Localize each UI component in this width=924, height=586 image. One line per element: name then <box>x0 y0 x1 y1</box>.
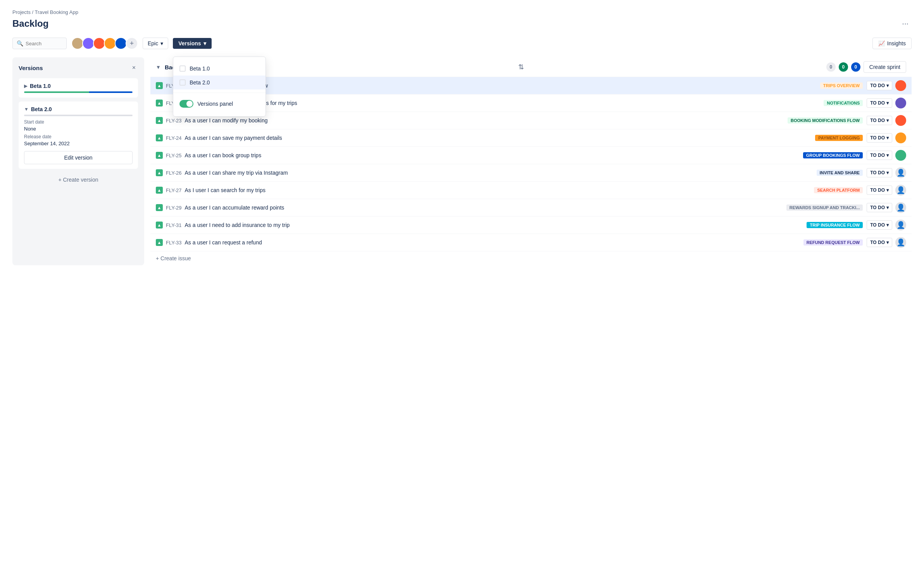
status-chevron-icon: ▾ <box>886 187 889 193</box>
status-label: TO DO <box>870 240 885 245</box>
beta2-chevron-icon[interactable]: ▼ <box>24 107 29 112</box>
insights-label: Insights <box>887 40 906 46</box>
beta2-checkbox[interactable] <box>179 79 186 86</box>
search-box[interactable]: 🔍 <box>12 38 67 49</box>
version-beta2-details: Start date None Release date September 1… <box>24 116 133 164</box>
epic-chevron-icon: ▾ <box>160 40 163 46</box>
dropdown-item-beta2[interactable]: Beta 2.0 <box>173 76 265 89</box>
status-dropdown[interactable]: TO DO ▾ <box>867 116 892 125</box>
create-version-button[interactable]: + Create version <box>19 173 138 187</box>
status-dropdown[interactable]: TO DO ▾ <box>867 238 892 247</box>
issue-title: As a user I can view trips overview <box>184 82 816 89</box>
breadcrumb-projects[interactable]: Projects <box>12 9 31 15</box>
status-label: TO DO <box>870 135 885 141</box>
table-row[interactable]: ▲ FLY-31 As a user I need to add insuran… <box>150 216 912 234</box>
epic-badge[interactable]: REFUND REQUEST FLOW <box>803 239 863 246</box>
beta1-name: Beta 1.0 <box>30 83 51 89</box>
issue-id: FLY-25 <box>166 153 181 158</box>
beta1-checkbox[interactable] <box>179 65 186 72</box>
beta1-label: Beta 1.0 <box>190 65 210 72</box>
status-label: TO DO <box>870 118 885 123</box>
versions-label: Versions <box>178 40 201 46</box>
avatar <box>895 150 906 161</box>
status-label: TO DO <box>870 170 885 175</box>
epic-filter-button[interactable]: Epic ▾ <box>143 38 168 49</box>
status-chevron-icon: ▾ <box>886 205 889 210</box>
status-dropdown[interactable]: TO DO ▾ <box>867 81 892 90</box>
table-row[interactable]: ▲ FLY-25 As a user I can book group trip… <box>150 146 912 164</box>
release-date-label: Release date <box>24 134 133 139</box>
issue-type-icon: ▲ <box>156 117 163 124</box>
more-options-button[interactable]: ··· <box>899 17 912 29</box>
status-chevron-icon: ▾ <box>886 153 889 158</box>
breadcrumb: Projects / Travel Booking App <box>12 9 912 15</box>
table-row[interactable]: ▲ FLY-33 As a user I can request a refun… <box>150 234 912 251</box>
create-issue-button[interactable]: + Create issue <box>150 251 912 265</box>
status-dropdown[interactable]: TO DO ▾ <box>867 133 892 143</box>
dropdown-item-beta1[interactable]: Beta 1.0 <box>173 62 265 76</box>
beta1-chevron-icon[interactable]: ▶ <box>24 83 28 89</box>
epic-badge[interactable]: PAYMENT LOGGING <box>815 135 863 141</box>
status-dropdown[interactable]: TO DO ▾ <box>867 98 892 108</box>
table-row[interactable]: ▲ FLY-27 As I user I can search for my t… <box>150 181 912 199</box>
status-label: TO DO <box>870 222 885 228</box>
status-dropdown[interactable]: TO DO ▾ <box>867 151 892 160</box>
beta2-progress-bar <box>24 115 133 116</box>
sidebar-header: Versions × <box>19 64 138 72</box>
avatars-group: + <box>71 37 138 50</box>
issue-title: As I user I can search for my trips <box>184 187 810 193</box>
version-beta1-header: ▶ Beta 1.0 <box>24 83 133 89</box>
versions-panel-toggle-label: Versions panel <box>197 101 233 107</box>
epic-badge[interactable]: INVITE AND SHARE <box>817 170 863 176</box>
status-dropdown[interactable]: TO DO ▾ <box>867 168 892 177</box>
insights-button[interactable]: 📈 Insights <box>872 38 912 49</box>
epic-badge[interactable]: NOTIFICATIONS <box>824 100 863 106</box>
avatar: 👤 <box>895 237 906 248</box>
epic-badge[interactable]: BOOKING MODIFICATIONS FLOW <box>788 117 863 124</box>
avatar: 👤 <box>895 185 906 196</box>
issue-id: FLY-24 <box>166 135 181 141</box>
issue-type-icon: ▲ <box>156 134 163 141</box>
issue-type-icon: ▲ <box>156 169 163 176</box>
issue-type-icon: ▲ <box>156 222 163 229</box>
create-sprint-button[interactable]: Create sprint <box>864 61 906 73</box>
epic-badge[interactable]: TRIP INSURANCE FLOW <box>807 222 863 228</box>
table-row[interactable]: ▲ FLY-29 As a user I can accumulate rewa… <box>150 199 912 216</box>
table-row[interactable]: ▲ FLY-26 As a user I can share my trip v… <box>150 164 912 181</box>
beta2-release-date: Release date September 14, 2022 <box>24 134 133 146</box>
epic-badge[interactable]: GROUP BOOKINGS FLOW <box>803 152 863 158</box>
status-dropdown[interactable]: TO DO ▾ <box>867 186 892 195</box>
versions-filter-button[interactable]: Versions ▾ <box>173 38 211 49</box>
status-chevron-icon: ▾ <box>886 100 889 106</box>
version-item-beta2: ▼ Beta 2.0 Start date None Release date … <box>19 101 138 169</box>
search-icon: 🔍 <box>17 40 23 46</box>
status-chevron-icon: ▾ <box>886 135 889 141</box>
sort-button[interactable]: ⇅ <box>515 61 527 73</box>
table-row[interactable]: ▲ FLY-24 As a user I can save my payment… <box>150 129 912 146</box>
search-input[interactable] <box>26 41 62 46</box>
status-label: TO DO <box>870 83 885 88</box>
edit-version-button[interactable]: Edit version <box>24 151 133 164</box>
version-beta2-header: ▼ Beta 2.0 <box>24 106 133 112</box>
issue-type-icon: ▲ <box>156 187 163 194</box>
issue-type-icon: ▲ <box>156 152 163 159</box>
add-member-button[interactable]: + <box>126 37 138 50</box>
status-dropdown[interactable]: TO DO ▾ <box>867 220 892 230</box>
status-label: TO DO <box>870 187 885 193</box>
backlog-chevron-icon[interactable]: ▼ <box>156 64 161 70</box>
epic-badge[interactable]: SEARCH PLATFORM <box>814 187 863 193</box>
page-title: Backlog <box>12 18 48 29</box>
issue-title: As a user I can share my trip via Instag… <box>184 170 812 176</box>
status-dropdown[interactable]: TO DO ▾ <box>867 203 892 212</box>
issue-id: FLY-23 <box>166 118 181 124</box>
status-label: TO DO <box>870 100 885 106</box>
beta1-green-portion <box>24 91 89 93</box>
status-chevron-icon: ▾ <box>886 83 889 88</box>
versions-chevron-icon: ▾ <box>203 40 206 46</box>
versions-panel-toggle[interactable] <box>179 100 193 108</box>
epic-badge[interactable]: TRIPS OVERVIEW <box>820 82 863 89</box>
issue-title: As a user I can enable notifications for… <box>184 100 820 106</box>
sidebar-close-button[interactable]: × <box>130 64 138 72</box>
status-chevron-icon: ▾ <box>886 240 889 245</box>
epic-badge[interactable]: REWARDS SIGNUP AND TRACKI... <box>786 204 863 211</box>
